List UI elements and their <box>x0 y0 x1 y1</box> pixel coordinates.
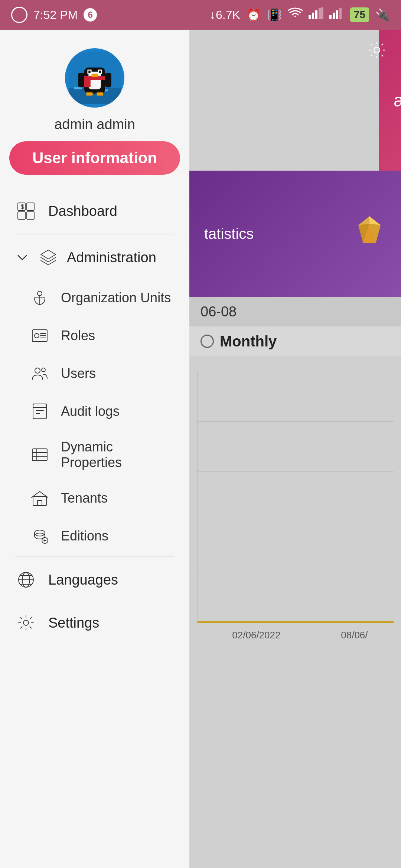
svg-point-50 <box>42 368 45 372</box>
svg-rect-51 <box>33 404 46 419</box>
svg-rect-37 <box>18 212 25 219</box>
svg-rect-3 <box>319 8 321 19</box>
users-label: Users <box>61 366 96 381</box>
svg-point-49 <box>35 368 40 373</box>
settings-button[interactable] <box>364 37 390 63</box>
main-layout: ants tatistics <box>0 30 401 868</box>
vibrate-icon: 📳 <box>267 8 282 22</box>
administration-label: Administration <box>67 250 156 266</box>
alarm-icon: ⏰ <box>246 8 261 22</box>
right-background: ants tatistics <box>189 30 401 868</box>
svg-rect-36 <box>27 203 34 210</box>
svg-rect-0 <box>309 15 311 19</box>
user-info-button[interactable]: User information <box>9 141 180 175</box>
anchor-icon <box>30 288 50 308</box>
svg-rect-8 <box>339 8 342 19</box>
drawer-navigation: $ Dashboard <box>0 186 189 648</box>
svg-rect-34 <box>105 73 111 87</box>
editions-icon <box>30 526 50 546</box>
sidebar-item-audit-logs[interactable]: Audit logs <box>0 392 189 430</box>
audit-logs-label: Audit logs <box>61 404 120 419</box>
download-speed: ↓6.7K <box>210 8 240 22</box>
status-left: 7:52 PM 6 <box>11 7 97 23</box>
svg-marker-14 <box>369 216 381 225</box>
date-value: 06-08 <box>200 304 237 320</box>
svg-point-12 <box>374 47 380 53</box>
stats-card: tatistics <box>189 171 401 297</box>
sidebar-item-settings[interactable]: Settings <box>0 601 189 644</box>
sidebar-item-users[interactable]: Users <box>0 355 189 392</box>
sidebar-item-administration[interactable]: Administration <box>0 236 189 279</box>
divider <box>15 234 175 234</box>
signal-bars-icon <box>309 7 323 22</box>
audit-logs-icon <box>30 401 50 421</box>
settings-nav-icon <box>15 612 37 634</box>
sidebar-item-languages[interactable]: Languages <box>0 558 189 601</box>
svg-rect-55 <box>33 404 46 408</box>
languages-label: Languages <box>48 572 118 588</box>
svg-point-74 <box>23 620 29 625</box>
svg-point-41 <box>38 291 42 296</box>
diamond-icon <box>353 213 386 254</box>
tenants-icon <box>30 488 50 508</box>
dynamic-properties-label: Dynamic Properties <box>61 439 175 470</box>
layers-nav-icon <box>37 246 59 269</box>
monthly-radio[interactable] <box>200 335 214 348</box>
time-display: 7:52 PM <box>33 8 78 22</box>
status-right: ↓6.7K ⏰ 📳 <box>210 7 390 22</box>
svg-rect-33 <box>78 73 84 87</box>
dynamic-properties-icon <box>30 445 50 465</box>
grid-line <box>198 522 394 522</box>
divider <box>15 556 175 557</box>
sidebar-item-editions[interactable]: Editions <box>0 517 189 555</box>
navigation-drawer: admin admin User information $ <box>0 30 189 868</box>
tenants-label: ants <box>394 90 401 111</box>
svg-rect-6 <box>333 13 335 19</box>
chevron-down-icon <box>15 250 30 265</box>
chart-baseline <box>198 621 394 622</box>
roles-icon <box>30 326 50 346</box>
charging-icon: 🔌 <box>375 8 390 22</box>
svg-point-45 <box>35 333 39 338</box>
sidebar-item-organization-units[interactable]: Organization Units <box>0 279 189 317</box>
admin-name: admin admin <box>54 116 135 132</box>
svg-rect-56 <box>32 449 47 461</box>
svg-text:$: $ <box>21 204 24 210</box>
drawer-header: admin admin User information <box>0 30 189 186</box>
monthly-filter[interactable]: Monthly <box>189 326 401 356</box>
sidebar-item-tenants[interactable]: Tenants <box>0 479 189 517</box>
grid-line <box>198 421 394 422</box>
avatar-image <box>69 52 121 104</box>
grid-line <box>198 572 394 572</box>
svg-rect-31 <box>87 92 93 95</box>
sidebar-item-roles[interactable]: Roles <box>0 317 189 355</box>
svg-rect-5 <box>329 15 332 19</box>
globe-icon <box>15 569 37 591</box>
svg-rect-20 <box>74 87 82 89</box>
signal-bars2-icon <box>329 7 344 22</box>
svg-rect-60 <box>33 497 46 506</box>
signal-icon <box>11 7 27 23</box>
wifi-icon <box>288 7 303 22</box>
users-icon <box>30 364 50 384</box>
svg-rect-25 <box>83 80 91 88</box>
sidebar-item-dashboard[interactable]: $ Dashboard <box>0 190 189 233</box>
battery-indicator: 75 <box>350 7 369 22</box>
settings-label: Settings <box>48 615 99 631</box>
svg-rect-32 <box>97 92 103 95</box>
sidebar-item-dynamic-properties[interactable]: Dynamic Properties <box>0 430 189 479</box>
grid-line <box>198 471 394 472</box>
dashboard-label: Dashboard <box>48 203 117 219</box>
svg-rect-28 <box>88 70 91 73</box>
svg-rect-4 <box>321 7 323 19</box>
chart-date-2: 08/06/ <box>341 629 368 641</box>
svg-rect-29 <box>99 70 101 73</box>
org-units-label: Organization Units <box>61 290 171 306</box>
svg-rect-38 <box>27 212 34 219</box>
svg-rect-7 <box>336 10 338 19</box>
svg-rect-2 <box>315 10 317 19</box>
editions-label: Editions <box>61 528 108 544</box>
chart-date-1: 02/06/2022 <box>232 629 280 641</box>
status-bar: 7:52 PM 6 ↓6.7K ⏰ 📳 <box>0 0 401 30</box>
avatar <box>65 48 124 108</box>
